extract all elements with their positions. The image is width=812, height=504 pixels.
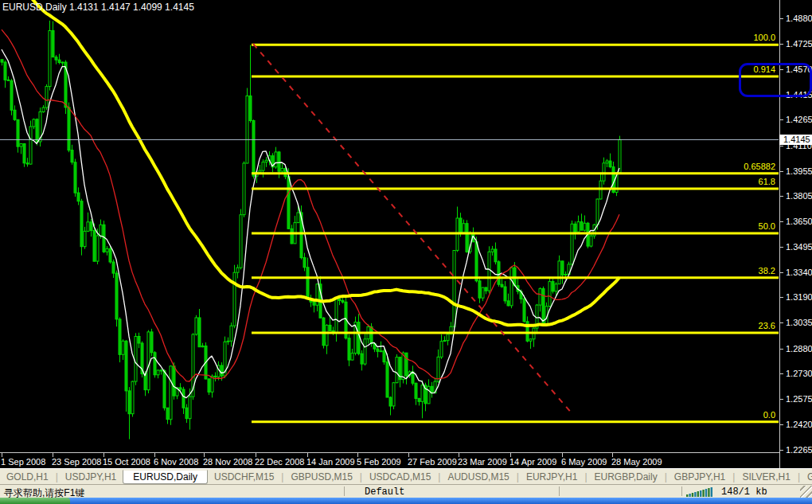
candle-body (590, 236, 592, 246)
candle-body (558, 261, 560, 284)
tab-gbpjpy-h1[interactable]: GBPJPY,H1 (668, 471, 732, 483)
candle-body (529, 339, 532, 342)
connection-signal-bars-icon (686, 487, 715, 497)
candle-body (42, 107, 45, 111)
candle-body (552, 282, 554, 291)
candle-body (80, 201, 83, 247)
price-axis-tick (780, 196, 783, 197)
candle-body (170, 366, 172, 420)
candle-body (55, 57, 57, 61)
candle-body (494, 249, 497, 262)
candle-body (453, 251, 455, 327)
tab-silver-h1[interactable]: SILVER,H1 (736, 471, 796, 483)
candle-body (14, 110, 16, 119)
candle-body (342, 301, 344, 303)
date-axis[interactable]: 1 Sep 200823 Sep 200815 Oct 20086 Nov 20… (0, 452, 779, 468)
candle-body (329, 325, 331, 330)
tab-usdjpy-h1[interactable]: USDJPY,H1 (59, 471, 123, 483)
candle-body (377, 349, 379, 351)
tab-usdchf-m15[interactable]: USDCHF,M15 (208, 471, 280, 483)
candle-body (26, 163, 29, 164)
candle-body (357, 322, 360, 354)
candle-body (504, 287, 506, 301)
date-axis-label: 23 Mar 2009 (458, 457, 507, 467)
price-axis-tick (780, 171, 783, 172)
signal-bar (689, 494, 690, 497)
candle-body (7, 80, 10, 80)
candle-body (230, 326, 232, 341)
resize-grip[interactable] (800, 486, 812, 498)
candle-body (561, 261, 564, 275)
candle-body (415, 383, 417, 398)
taskbar-strip[interactable] (0, 498, 812, 504)
price-axis-tick (780, 119, 783, 120)
tab-usdcad-m15[interactable]: USDCAD,M15 (363, 471, 437, 483)
price-axis-label: 1.3035 (786, 318, 812, 327)
status-bar: 寻求帮助,请按F1键 Default 148/1 kb (0, 484, 812, 498)
candle-body (135, 337, 137, 382)
price-axis-tick (780, 399, 783, 400)
tab-eurjpy-h1[interactable]: EURJPY,H1 (520, 471, 584, 483)
candle-body (386, 362, 388, 397)
tab-audusd-m15[interactable]: AUDUSD,M15 (441, 471, 515, 483)
candle-body (71, 150, 73, 162)
tab-eurgbp-daily[interactable]: EURGBP,Daily (588, 471, 664, 483)
tab-gbpusd-m15[interactable]: GBPUSD,M15 (284, 471, 358, 483)
signal-bar (692, 493, 693, 497)
candle-body (313, 302, 315, 305)
start-button-strip[interactable] (0, 498, 70, 504)
candle-body (17, 119, 19, 147)
candle-body (405, 353, 408, 376)
date-axis-label: 28 Nov 2008 (203, 457, 252, 467)
date-axis-label: 6 Nov 2008 (154, 457, 198, 467)
candle-body (539, 289, 541, 306)
candle-body (542, 289, 545, 324)
candle-body (447, 334, 449, 341)
current-price-tag: 1.4145 (779, 135, 812, 145)
candle-body (389, 397, 392, 406)
price-axis-tick (780, 322, 783, 323)
tab-gbpusd-h1[interactable]: GBPUSD,H1 (801, 471, 812, 483)
candle-body (498, 262, 500, 284)
chart-ohlc-title: EURUSD,Daily 1.4131 1.4147 1.4099 1.4145 (2, 2, 194, 13)
candle-body (488, 252, 490, 291)
candle-body (23, 144, 25, 163)
price-axis-tick (780, 373, 783, 374)
date-axis-label: 1 Sep 2008 (1, 457, 45, 467)
candle-body (236, 268, 239, 272)
candle-body (227, 341, 229, 342)
price-axis-label: 1.3340 (786, 268, 812, 277)
candle-body (233, 272, 236, 326)
candle-body (564, 275, 567, 275)
candle-body (84, 231, 86, 246)
chart-canvas[interactable]: 100.00.9140.6588261.850.038.223.60.0 (0, 0, 779, 452)
status-connection-label: 148/1 kb (721, 486, 767, 498)
candle-body (440, 342, 443, 357)
candle-body (198, 318, 201, 347)
price-axis-label: 1.3650 (786, 217, 812, 226)
candle-body (281, 169, 283, 172)
candle-body (49, 31, 51, 87)
symbol-tab-bar: GOLD,H1|USDJPY,H1EURUSD,DailyUSDCHF,M15|… (0, 468, 812, 484)
fib-level-label: 23.6 (759, 321, 775, 330)
candle-body (306, 268, 309, 299)
fib-level-label: 61.8 (759, 177, 775, 186)
price-axis-tick (780, 221, 783, 222)
tab-gold-h1[interactable]: GOLD,H1 (0, 471, 55, 483)
candle-body (383, 351, 385, 362)
tab-eurusd-daily[interactable]: EURUSD,Daily (123, 470, 208, 484)
candle-body (93, 231, 96, 262)
candle-body (160, 370, 162, 371)
candle-body (606, 161, 608, 163)
status-separator (559, 486, 560, 496)
candle-body (58, 60, 61, 62)
candle-body (119, 319, 121, 354)
candle-body (577, 222, 580, 232)
candle-body (351, 354, 353, 361)
date-axis-label: 22 Dec 2008 (255, 457, 304, 467)
candle-body (150, 332, 153, 353)
candle-body (370, 326, 373, 343)
candle-body (77, 193, 80, 201)
candle-body (243, 163, 245, 215)
candle-body (246, 96, 248, 163)
